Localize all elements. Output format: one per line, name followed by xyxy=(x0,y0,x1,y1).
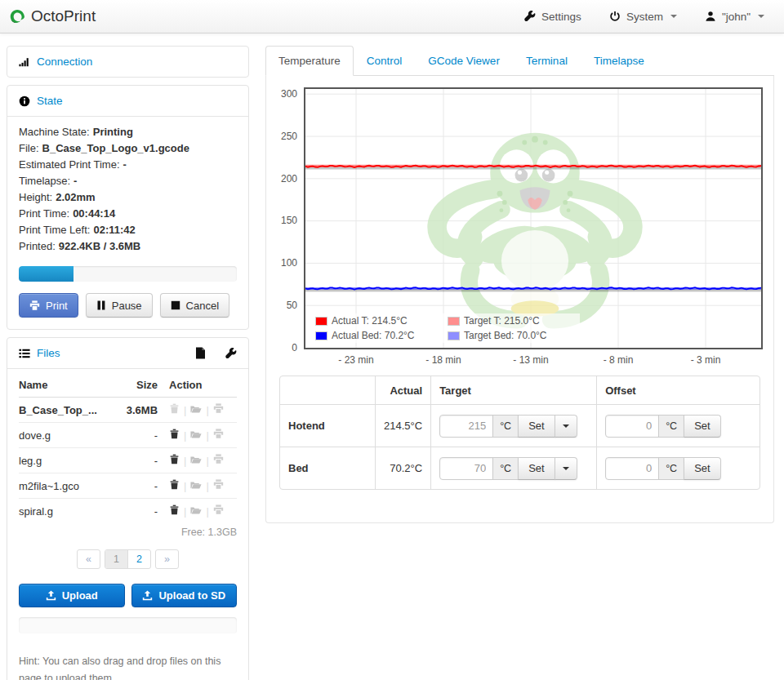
main-content: Temperature Control GCode Viewer Termina… xyxy=(265,46,774,680)
temp-col-offset: Offset xyxy=(596,376,760,404)
printer-icon xyxy=(29,300,40,311)
tab-bar: Temperature Control GCode Viewer Termina… xyxy=(265,46,774,76)
temperature-tab-pane: 300 250 200 150 100 50 0 xyxy=(265,76,774,523)
machine-state-label: Machine State: xyxy=(19,126,90,138)
delete-file-icon xyxy=(169,403,180,416)
file-row: B_Case_Top_...3.6MB|| xyxy=(19,398,237,423)
tab-timelapse[interactable]: Timelapse xyxy=(581,46,657,76)
y-tick: 300 xyxy=(281,88,297,100)
system-menu[interactable]: System xyxy=(609,11,677,23)
pause-button-label: Pause xyxy=(112,300,142,312)
upload-button[interactable]: Upload xyxy=(19,584,125,607)
chart-x-axis-labels: - 23 min - 18 min - 13 min - 8 min - 3 m… xyxy=(304,349,763,369)
tab-temperature[interactable]: Temperature xyxy=(265,46,354,76)
file-name[interactable]: leg.g xyxy=(19,448,116,473)
x-tick: - 8 min xyxy=(604,354,634,366)
pause-icon xyxy=(96,300,106,310)
state-title: State xyxy=(37,95,63,107)
hotend-offset-unit: °C xyxy=(658,415,684,438)
pagination-prev[interactable]: « xyxy=(78,550,100,568)
legend-label-target-t: Target T: 215.0°C xyxy=(464,315,540,327)
load-file-icon xyxy=(190,403,202,416)
chevron-down-icon xyxy=(758,15,764,18)
delete-file-icon[interactable] xyxy=(169,454,180,467)
upload-icon xyxy=(46,590,56,601)
pause-button[interactable]: Pause xyxy=(86,293,153,318)
action-separator: | xyxy=(184,404,186,416)
file-size: 3.6MB xyxy=(116,398,169,423)
drag-drop-hint: Hint: You can also drag and drop files o… xyxy=(19,633,237,680)
sd-file-icon[interactable] xyxy=(195,347,206,359)
file-name[interactable]: dove.g xyxy=(19,423,116,448)
navbar: OctoPrint Settings System "john" xyxy=(0,0,784,33)
bed-target-unit: °C xyxy=(492,457,519,480)
temperature-control-table: Actual Target Offset Hotend 214.5°C °C xyxy=(279,376,760,490)
tab-control[interactable]: Control xyxy=(354,46,416,76)
tab-terminal[interactable]: Terminal xyxy=(513,46,581,76)
state-panel-header[interactable]: State xyxy=(7,86,248,116)
signal-icon xyxy=(19,56,30,68)
brand-title: OctoPrint xyxy=(31,7,96,25)
file-name[interactable]: m2fila~1.gco xyxy=(19,473,116,499)
file-size: - xyxy=(116,499,169,524)
user-menu[interactable]: "john" xyxy=(705,11,764,23)
x-tick: - 23 min xyxy=(338,354,373,366)
action-separator: | xyxy=(184,505,186,518)
bed-target-dropdown-button[interactable] xyxy=(555,457,577,480)
legend-label-actual-bed: Actual Bed: 70.2°C xyxy=(332,330,415,341)
file-name[interactable]: spiral.g xyxy=(19,499,116,524)
bed-row: Bed 70.2°C °C Set xyxy=(280,447,760,489)
bed-offset-input[interactable] xyxy=(605,457,659,480)
print-time-value: 00:44:14 xyxy=(73,207,115,220)
connection-title: Connection xyxy=(37,56,92,68)
print-button-label: Print xyxy=(46,300,68,312)
cancel-button[interactable]: Cancel xyxy=(160,293,229,318)
print-file-icon xyxy=(213,429,224,442)
file-row: spiral.g-|| xyxy=(19,499,237,524)
legend-label-actual-t: Actual T: 214.5°C xyxy=(332,315,408,327)
files-panel-header[interactable]: Files xyxy=(7,338,248,368)
file-name[interactable]: B_Case_Top_... xyxy=(19,398,116,423)
pagination-next[interactable]: » xyxy=(156,550,178,568)
files-settings-wrench-icon[interactable] xyxy=(225,348,237,359)
upload-progress-bar xyxy=(19,617,237,633)
tab-gcode-viewer[interactable]: GCode Viewer xyxy=(415,46,513,76)
system-label: System xyxy=(626,11,663,23)
pagination-page-1[interactable]: 1 xyxy=(105,550,127,568)
bed-target-input[interactable] xyxy=(439,457,493,480)
hotend-target-set-button[interactable]: Set xyxy=(518,415,555,438)
chevron-down-icon xyxy=(563,467,569,470)
print-button[interactable]: Print xyxy=(19,293,78,318)
file-size: - xyxy=(116,423,169,448)
legend-swatch-actual-bed xyxy=(315,331,327,340)
load-file-icon xyxy=(190,454,202,467)
legend-swatch-target-bed xyxy=(448,331,460,340)
print-time-left-value: 02:11:42 xyxy=(93,224,135,236)
action-separator: | xyxy=(206,404,208,416)
cancel-button-label: Cancel xyxy=(186,300,219,312)
connection-panel-header[interactable]: Connection xyxy=(7,47,248,77)
files-col-size: Size xyxy=(116,374,169,398)
hotend-offset-input[interactable] xyxy=(605,415,659,438)
action-separator: | xyxy=(206,480,208,492)
state-info: Machine State:Printing File:B_Case_Top_L… xyxy=(7,117,248,258)
y-tick: 200 xyxy=(281,173,297,184)
chart-y-axis-labels: 300 250 200 150 100 50 0 xyxy=(279,87,299,349)
state-panel: State Machine State:Printing File:B_Case… xyxy=(7,85,249,330)
file-row: m2fila~1.gco-|| xyxy=(19,473,237,499)
files-col-name: Name xyxy=(19,374,116,398)
pagination-page-2[interactable]: 2 xyxy=(127,550,150,568)
file-size: - xyxy=(116,473,169,499)
hotend-target-dropdown-button[interactable] xyxy=(555,415,577,438)
hotend-target-input[interactable] xyxy=(439,415,493,438)
delete-file-icon[interactable] xyxy=(169,479,180,492)
hotend-offset-set-button[interactable]: Set xyxy=(684,415,721,438)
machine-state-value: Printing xyxy=(93,126,133,138)
bed-offset-set-button[interactable]: Set xyxy=(684,457,721,480)
legend-swatch-target-t xyxy=(448,317,460,326)
upload-to-sd-button[interactable]: Upload to SD xyxy=(131,584,238,607)
delete-file-icon[interactable] xyxy=(169,429,180,442)
bed-target-set-button[interactable]: Set xyxy=(518,457,555,480)
settings-button[interactable]: Settings xyxy=(524,11,581,23)
delete-file-icon[interactable] xyxy=(169,504,180,518)
